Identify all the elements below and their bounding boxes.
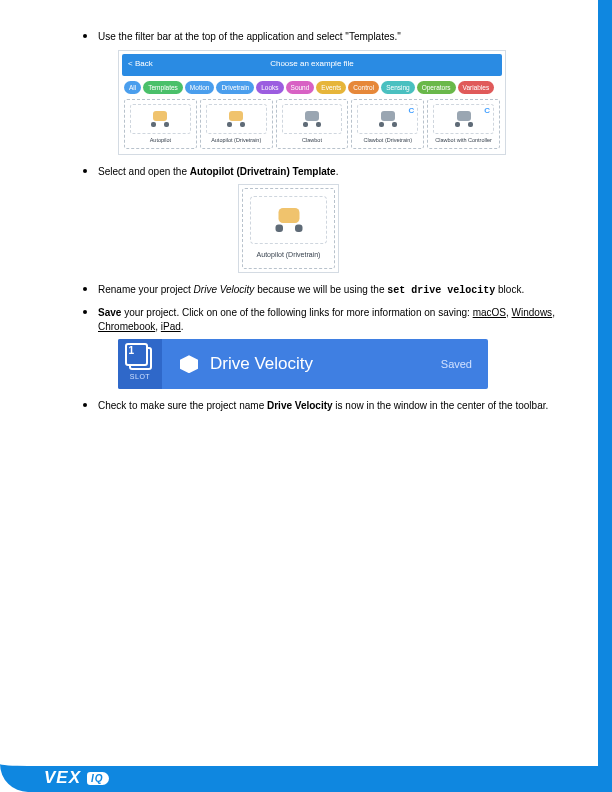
vex-iq-logo: VEX IQ xyxy=(44,768,109,788)
template-label: Clawbot xyxy=(279,137,346,144)
slot-icon: 1 xyxy=(129,347,152,370)
category-sound[interactable]: Sound xyxy=(286,81,315,94)
bullet-5-post: is now in the window in the center of th… xyxy=(333,400,549,411)
template-cards-row: AutopilotAutopilot (Drivetrain)ClawbotCC… xyxy=(122,99,502,151)
robot-icon: C xyxy=(433,104,494,134)
bullet-4-bold: Save xyxy=(98,307,121,318)
category-variables[interactable]: Variables xyxy=(458,81,495,94)
saved-status: Saved xyxy=(441,357,472,372)
robot-icon xyxy=(206,104,267,134)
bullet-2: Select and open the Autopilot (Drivetrai… xyxy=(78,165,564,273)
category-looks[interactable]: Looks xyxy=(256,81,283,94)
sep: , xyxy=(552,307,555,318)
bullet-1: Use the filter bar at the top of the app… xyxy=(78,30,564,155)
robot-icon: C xyxy=(357,104,418,134)
category-drivetrain[interactable]: Drivetrain xyxy=(216,81,254,94)
bullet-5: Check to make sure the project name Driv… xyxy=(78,399,564,413)
template-card[interactable]: CClawbot with Controller xyxy=(427,99,500,149)
template-label: Autopilot (Drivetrain) xyxy=(203,137,270,144)
bullet-3-post: block. xyxy=(495,284,524,295)
project-title[interactable]: Drive Velocity xyxy=(210,353,441,376)
category-tabs: AllTemplatesMotionDrivetrainLooksSoundEv… xyxy=(122,79,502,96)
template-label: Autopilot xyxy=(127,137,194,144)
document-content: Use the filter bar at the top of the app… xyxy=(78,30,564,422)
link-macos[interactable]: macOS xyxy=(473,307,506,318)
robot-icon xyxy=(282,104,343,134)
bullet-4: Save your project. Click on one of the f… xyxy=(78,306,564,389)
template-card[interactable]: Clawbot xyxy=(276,99,349,149)
hexagon-icon xyxy=(180,355,198,373)
template-label: Clawbot with Controller xyxy=(430,137,497,144)
template-card[interactable]: Autopilot xyxy=(124,99,197,149)
sep: . xyxy=(181,321,184,332)
bullet-5-pre: Check to make sure the project name xyxy=(98,400,267,411)
bullet-2-post: . xyxy=(336,166,339,177)
single-template-screenshot: Autopilot (Drivetrain) xyxy=(118,184,564,272)
link-windows[interactable]: Windows xyxy=(512,307,553,318)
bullet-3: Rename your project Drive Velocity becau… xyxy=(78,283,564,298)
template-card[interactable]: Autopilot (Drivetrain) xyxy=(200,99,273,149)
bullet-3-code: set drive velocity xyxy=(387,285,495,296)
bullet-4-pre: your project. Click on one of the follow… xyxy=(121,307,472,318)
category-operators[interactable]: Operators xyxy=(417,81,456,94)
category-all[interactable]: All xyxy=(124,81,141,94)
template-card[interactable]: CClawbot (Drivetrain) xyxy=(351,99,424,149)
robot-icon xyxy=(130,104,191,134)
link-ipad[interactable]: iPad xyxy=(161,321,181,332)
robot-icon xyxy=(250,196,327,244)
header-title: Choose an example file xyxy=(122,59,502,70)
category-sensing[interactable]: Sensing xyxy=(381,81,415,94)
toolbar-screenshot: 1 SLOT Drive Velocity Saved xyxy=(118,339,488,389)
category-control[interactable]: Control xyxy=(348,81,379,94)
slot-selector[interactable]: 1 SLOT xyxy=(118,339,162,389)
slot-number: 1 xyxy=(129,344,135,358)
logo-iq: IQ xyxy=(87,772,109,785)
bullet-3-italic: Drive Velocity xyxy=(194,284,255,295)
bullet-2-bold: Autopilot (Drivetrain) Template xyxy=(190,166,336,177)
category-motion[interactable]: Motion xyxy=(185,81,215,94)
template-card-label: Autopilot (Drivetrain) xyxy=(247,250,330,259)
filter-bar-screenshot: < Back Choose an example file AllTemplat… xyxy=(118,50,564,155)
template-card-autopilot[interactable]: Autopilot (Drivetrain) xyxy=(242,188,335,268)
category-templates[interactable]: Templates xyxy=(143,81,183,94)
bullet-2-pre: Select and open the xyxy=(98,166,190,177)
logo-vex: VEX xyxy=(44,768,81,788)
template-label: Clawbot (Drivetrain) xyxy=(354,137,421,144)
bullet-5-bold: Drive Velocity xyxy=(267,400,333,411)
example-file-header: < Back Choose an example file xyxy=(122,54,502,76)
bullet-3-mid: because we will be using the xyxy=(254,284,387,295)
bullet-3-pre: Rename your project xyxy=(98,284,194,295)
link-chromebook[interactable]: Chromebook xyxy=(98,321,155,332)
category-events[interactable]: Events xyxy=(316,81,346,94)
slot-label: SLOT xyxy=(130,372,150,381)
bullet-1-text: Use the filter bar at the top of the app… xyxy=(98,31,401,42)
